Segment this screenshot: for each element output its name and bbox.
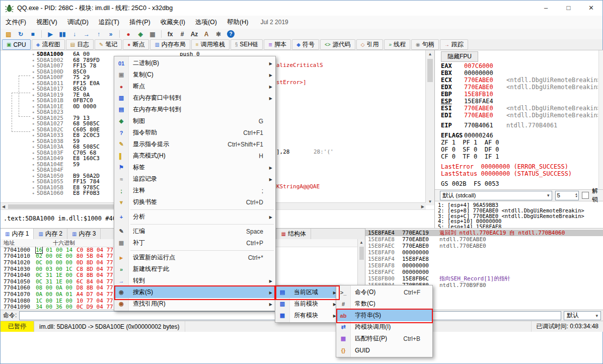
menubar-item-4[interactable]: 插件(P): [124, 16, 156, 29]
register-row[interactable]: EDI770EABE0<ntdll.DbgUiRemoteBreakin>: [441, 112, 598, 119]
stack-row[interactable]: 15E8FAF800000000: [365, 262, 603, 269]
tab-log[interactable]: ▤日志: [66, 39, 94, 50]
menu-item-label[interactable]: ⚑标签▶: [114, 162, 275, 173]
menu-item-trace-record[interactable]: ≈追踪记录▶: [114, 173, 275, 185]
graph-icon[interactable]: ◈: [134, 30, 146, 39]
stack-row[interactable]: 15E8FAEC770EABE0ntdll.770EABE0: [365, 243, 603, 249]
register-row[interactable]: EBX00000000: [441, 69, 598, 77]
menu-item-find-references[interactable]: ◉查找引用(R)▶: [114, 298, 275, 310]
scroll-thumb[interactable]: [359, 247, 364, 260]
menu-item-all-modules[interactable]: ▦所有模块▶: [275, 310, 339, 321]
register-row[interactable]: ESI770EABE0<ntdll.DbgUiRemoteBreakin>: [441, 105, 598, 112]
register-row[interactable]: ECX770EABE0<ntdll.DbgUiRemoteBreakin>: [441, 77, 598, 84]
restart-icon[interactable]: ↻: [15, 30, 27, 39]
argument-count-spinner[interactable]: 5▴▾: [555, 191, 579, 200]
tab-breakpoints[interactable]: ●断点: [123, 39, 149, 50]
preferences-gear-icon[interactable]: ✱: [212, 30, 224, 39]
register-row[interactable]: EBP15E8FB10: [441, 91, 598, 98]
menu-item-analysis[interactable]: +分析▶: [114, 211, 275, 223]
tab-cpu[interactable]: ▣CPU: [2, 39, 31, 50]
tab-symbols[interactable]: ◆符号: [292, 39, 319, 50]
menu-item-current-region[interactable]: ▤当前区域▶: [275, 286, 339, 298]
tab-source[interactable]: <>源代码: [320, 39, 355, 50]
tab-notes[interactable]: ✎笔记: [95, 39, 122, 50]
help-icon[interactable]: ?: [227, 30, 235, 38]
menu-item-assemble[interactable]: ✎汇编Space: [114, 226, 275, 237]
scroll-right-icon[interactable]: ▶: [421, 204, 424, 209]
menu-item-constant[interactable]: #常数(C): [336, 298, 432, 310]
registers-scrollbar[interactable]: [598, 50, 603, 189]
register-row[interactable]: EAX007C6000: [441, 62, 598, 69]
disasm-vertical-scrollbar[interactable]: ▲▼: [425, 50, 434, 205]
menu-item-guid[interactable]: {}GUID: [336, 344, 432, 356]
menu-item-goto-memory-window[interactable]: ▥在内存窗口中转到▶: [114, 92, 275, 104]
maximize-button[interactable]: □: [557, 1, 580, 16]
scroll-thumb[interactable]: [427, 59, 433, 82]
run-icon[interactable]: ▶: [44, 30, 56, 39]
hash-icon[interactable]: #: [176, 30, 188, 39]
scroll-down-icon[interactable]: ▼: [428, 199, 432, 204]
step-into-icon[interactable]: ↓: [68, 30, 81, 39]
menu-item-graph[interactable]: ◈制图G: [114, 115, 275, 127]
menubar-item-1[interactable]: 视图(V): [31, 16, 62, 29]
step-over-icon[interactable]: →: [81, 30, 93, 39]
menubar-item-2[interactable]: 调试(D): [62, 16, 94, 29]
menubar-item-6[interactable]: 选项(O): [190, 16, 222, 29]
stack-row[interactable]: 15E8FAE4770EAC19返回到 ntdll.770EAC19 自 ntd…: [365, 230, 603, 236]
close-debuggee-icon[interactable]: ■: [27, 30, 39, 39]
hide-fpu-button[interactable]: 隐藏FPU: [441, 51, 478, 62]
step-out-icon[interactable]: ↑: [93, 30, 105, 39]
tab-references[interactable]: ◇引用: [356, 39, 384, 50]
menu-item-set-new-origin[interactable]: ►设置新的运行点Ctrl+*: [114, 252, 275, 263]
struct-tab[interactable]: ▦结构体: [276, 229, 311, 239]
menubar-item-5[interactable]: 收藏夹(I): [156, 16, 190, 29]
breakpoint-icon[interactable]: ●: [122, 30, 134, 39]
menu-item-goto-memory-map[interactable]: ▤在内存布局中转到: [114, 104, 275, 115]
tab-memory-map[interactable]: ▥内存布局: [150, 39, 190, 50]
find-strings-icon[interactable]: A: [200, 30, 212, 39]
menu-item-comment[interactable]: ;注释;: [114, 185, 275, 196]
menubar-item-0[interactable]: 文件(F): [1, 16, 31, 29]
scroll-up-icon[interactable]: ▲: [359, 240, 363, 245]
scroll-up-icon[interactable]: ▲: [428, 52, 432, 56]
fx-icon[interactable]: fx: [164, 30, 176, 39]
menubar-item-7[interactable]: 帮助(H): [222, 16, 253, 29]
minimize-button[interactable]: –: [535, 1, 557, 16]
menu-item-copy[interactable]: ▣复制(C)▶: [114, 69, 275, 81]
register-row[interactable]: EDX770EABE0<ntdll.DbgUiRemoteBreakin>: [441, 84, 598, 91]
az-icon[interactable]: Az: [188, 30, 200, 39]
register-row[interactable]: ESP15E8FAE4: [441, 98, 598, 105]
menu-item-intermodular-calls[interactable]: ⇄跨模块调用(I): [336, 321, 432, 333]
run-to-user-code-icon[interactable]: »: [105, 30, 117, 39]
menu-item-toggle-bookmark[interactable]: ▼切换书签Ctrl+D: [114, 196, 275, 208]
open-file-icon[interactable]: ▨: [3, 30, 15, 39]
command-profile-select[interactable]: 默认▾: [564, 311, 601, 320]
patch-icon[interactable]: ▦: [146, 30, 159, 39]
stack-row[interactable]: 15E8FB0015E8FB6C指向SEH_Record[1]的指针: [365, 275, 603, 282]
tab-graph[interactable]: ◈流程图: [32, 39, 65, 50]
tab-threads[interactable]: »线程: [384, 39, 410, 50]
memory-tab-2[interactable]: ▥内存 2: [34, 229, 67, 239]
register-row[interactable]: EFLAGS00000246: [441, 132, 598, 139]
stack-row[interactable]: 15E8FAF000000000: [365, 249, 603, 256]
unlock-checkbox[interactable]: [582, 192, 589, 199]
memory-tab-1[interactable]: ▥内存 1: [1, 229, 34, 239]
menu-item-breakpoint[interactable]: ●断点▶: [114, 81, 275, 92]
menu-item-show-instruction-tips[interactable]: ✎显示指令提示Ctrl+Shift+F1: [114, 138, 275, 150]
menu-item-current-module[interactable]: ▥当前模块▶: [275, 298, 339, 310]
menu-item-instruction-help[interactable]: ?指令帮助Ctrl+F1: [114, 127, 275, 138]
tab-handles[interactable]: ◉句柄: [411, 39, 439, 50]
tab-call-stack[interactable]: ≡调用堆栈: [191, 39, 230, 50]
menu-item-binary[interactable]: 01二进制(B)▶: [114, 57, 275, 69]
menu-item-search[interactable]: ◉搜索(S)▶: [114, 286, 275, 298]
close-button[interactable]: ✕: [580, 1, 602, 16]
menubar-item-3[interactable]: 追踪(T): [94, 16, 124, 29]
menu-item-string[interactable]: ab字符串(S): [336, 310, 432, 321]
scroll-left-icon[interactable]: ◀: [2, 204, 5, 209]
menu-item-goto[interactable]: →转到▶: [114, 275, 275, 286]
stack-row[interactable]: 15E8FAF415E8FAE8: [365, 256, 603, 262]
menu-item-new-thread-here[interactable]: »新建线程于此: [114, 263, 275, 275]
menu-item-pattern[interactable]: ▦匹配特征(P)Ctrl+B: [336, 333, 432, 344]
calling-convention-select[interactable]: 默认 (stdcall)▾: [440, 191, 552, 200]
tab-seh[interactable]: §SEH链: [231, 39, 263, 50]
